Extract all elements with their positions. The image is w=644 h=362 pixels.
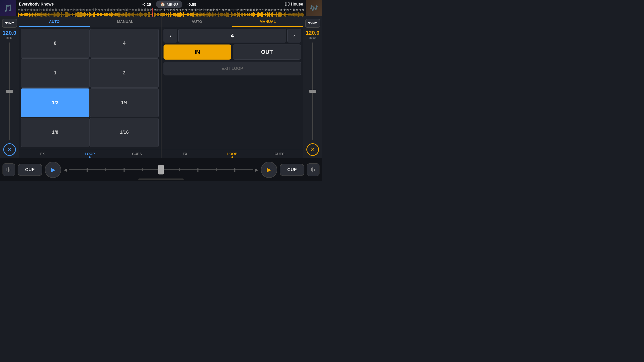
loop-nav-row: ‹ 4 › bbox=[164, 29, 301, 42]
tab-manual-right[interactable]: MANUAL bbox=[232, 16, 303, 27]
eq-icon-left bbox=[6, 167, 12, 172]
loop-tab-right[interactable]: LOOP bbox=[209, 149, 256, 158]
crossfader-area: ◀ ▶ bbox=[64, 167, 258, 172]
crossfader-thumb[interactable] bbox=[158, 165, 164, 174]
top-bar: 🎵 Everybody Knows -0:25 🏠 MENU -0:55 DJ … bbox=[0, 0, 322, 16]
exit-loop-button[interactable]: EXIT LOOP bbox=[164, 62, 301, 75]
loop-tab-left[interactable]: LOOP bbox=[66, 149, 113, 158]
play-icon-left: ▶ bbox=[51, 166, 55, 173]
pitch-thumb-right bbox=[309, 90, 316, 93]
track-name-right: DJ House bbox=[285, 2, 303, 7]
loop-cell-eighth[interactable]: 1/8 bbox=[21, 118, 90, 147]
crossfader-left-arrow[interactable]: ◀ bbox=[64, 167, 67, 172]
loop-next-btn[interactable]: › bbox=[287, 29, 301, 42]
svg-rect-1 bbox=[8, 167, 9, 172]
pitch-track-right bbox=[312, 42, 313, 140]
right-side-controls: SYNC 120.0 Reset ✕ bbox=[303, 16, 322, 158]
svg-rect-13 bbox=[311, 168, 312, 171]
cues-tab-left[interactable]: CUES bbox=[113, 149, 161, 158]
album-art-right[interactable]: 🎶 bbox=[306, 0, 322, 16]
right-loop-controls: ‹ 4 › IN OUT EXIT LOOP bbox=[162, 27, 303, 149]
main-content: SYNC 120.0 BPM ✕ AUTO MANUAL 8 4 1 2 1/2… bbox=[0, 16, 322, 158]
tab-auto-left[interactable]: AUTO bbox=[19, 16, 90, 27]
play-button-left[interactable]: ▶ bbox=[45, 162, 61, 178]
play-button-right[interactable]: ▶ bbox=[261, 162, 277, 178]
loop-cell-half[interactable]: 1/2 bbox=[21, 88, 90, 117]
cues-tab-right[interactable]: CUES bbox=[256, 149, 303, 158]
right-deck-panel: AUTO MANUAL ‹ 4 › IN OUT EXIT LOOP FX LO… bbox=[162, 16, 303, 158]
album-art-left[interactable]: 🎵 bbox=[0, 0, 16, 16]
menu-button[interactable]: 🏠 MENU bbox=[156, 1, 182, 8]
bpm-display-left: 120.0 BPM bbox=[3, 30, 16, 39]
left-side-controls: SYNC 120.0 BPM ✕ bbox=[0, 16, 19, 158]
bpm-display-right: 120.0 Reset bbox=[306, 30, 319, 39]
fx-tab-left[interactable]: FX bbox=[19, 149, 66, 158]
waveform-area: Everybody Knows -0:25 🏠 MENU -0:55 DJ Ho… bbox=[16, 0, 306, 16]
music-icon-right: 🎶 bbox=[309, 4, 318, 12]
pitch-track-left bbox=[9, 42, 10, 140]
in-button[interactable]: IN bbox=[164, 44, 231, 60]
x-button-right[interactable]: ✕ bbox=[306, 143, 319, 156]
loop-cell-2[interactable]: 2 bbox=[90, 58, 159, 87]
eq-icon-right bbox=[310, 167, 316, 172]
sync-button-right[interactable]: SYNC bbox=[305, 19, 320, 28]
left-loop-grid: 8 4 1 2 1/2 1/4 1/8 1/16 bbox=[19, 27, 161, 149]
bottom-bar: CUE ▶ ◀ bbox=[0, 158, 322, 181]
home-icon: 🏠 bbox=[160, 2, 165, 7]
crossfader-right-arrow[interactable]: ▶ bbox=[255, 167, 258, 172]
eq-button-right[interactable] bbox=[307, 163, 319, 176]
tab-manual-left[interactable]: MANUAL bbox=[90, 16, 161, 27]
loop-cell-1[interactable]: 1 bbox=[21, 58, 90, 87]
svg-rect-0 bbox=[7, 168, 7, 171]
pitch-slider-right[interactable] bbox=[312, 41, 313, 141]
loop-prev-btn[interactable]: ‹ bbox=[164, 29, 177, 42]
sync-button-left[interactable]: SYNC bbox=[2, 19, 17, 28]
loop-cell-quarter[interactable]: 1/4 bbox=[90, 88, 159, 117]
loop-cell-4[interactable]: 4 bbox=[90, 29, 159, 58]
x-button-left[interactable]: ✕ bbox=[3, 143, 16, 156]
out-button[interactable]: OUT bbox=[233, 44, 301, 60]
play-icon-right: ▶ bbox=[267, 166, 271, 173]
loop-cell-8[interactable]: 8 bbox=[21, 29, 90, 58]
music-icon-left: 🎵 bbox=[4, 4, 13, 12]
time-left: -0:25 bbox=[142, 2, 151, 7]
pitch-thumb-left bbox=[6, 90, 13, 93]
tab-auto-right[interactable]: AUTO bbox=[162, 16, 232, 27]
crossfader-scrollbar[interactable] bbox=[138, 178, 184, 180]
svg-rect-14 bbox=[312, 167, 313, 172]
svg-rect-2 bbox=[10, 169, 10, 171]
time-right: -0:55 bbox=[187, 2, 196, 7]
eq-button-left[interactable] bbox=[3, 163, 15, 176]
loop-cell-sixteenth[interactable]: 1/16 bbox=[90, 118, 159, 147]
waveform-gray bbox=[18, 8, 304, 12]
svg-rect-15 bbox=[314, 169, 315, 171]
fx-tab-right[interactable]: FX bbox=[162, 149, 209, 158]
loop-size-display: 4 bbox=[178, 29, 287, 42]
in-out-row: IN OUT bbox=[164, 44, 301, 60]
cue-button-right[interactable]: CUE bbox=[280, 164, 304, 176]
pitch-slider-left[interactable] bbox=[9, 41, 10, 141]
left-deck-panel: AUTO MANUAL 8 4 1 2 1/2 1/4 1/8 1/16 FX … bbox=[19, 16, 161, 158]
left-bottom-tabs: FX LOOP CUES bbox=[19, 149, 161, 158]
right-deck-tabs: AUTO MANUAL bbox=[162, 16, 303, 27]
right-bottom-tabs: FX LOOP CUES bbox=[162, 149, 303, 158]
track-name-left: Everybody Knows bbox=[19, 2, 54, 7]
left-deck-tabs: AUTO MANUAL bbox=[19, 16, 161, 27]
cue-button-left[interactable]: CUE bbox=[18, 164, 42, 176]
